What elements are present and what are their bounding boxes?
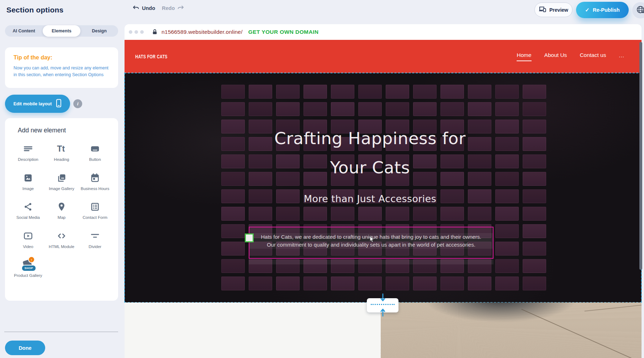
contact-form-icon: [90, 201, 100, 212]
lock-icon: [152, 28, 158, 36]
add-element-image[interactable]: Image: [11, 173, 45, 192]
preview-button[interactable]: Preview: [534, 2, 572, 17]
add-element-social-media[interactable]: Social Media: [11, 201, 45, 221]
info-icon[interactable]: i: [73, 99, 82, 108]
element-label: Social Media: [16, 215, 40, 221]
product-gallery-icon: ↑SHOP: [23, 259, 33, 270]
tip-of-the-day-card: Tip of the day: Now you can add, move an…: [5, 47, 118, 88]
element-ghost-strip: [249, 259, 493, 264]
tip-title: Tip of the day:: [14, 54, 110, 61]
language-globe-button[interactable]: [632, 2, 644, 19]
svg-text:Tt: Tt: [57, 144, 65, 153]
canvas-scrollbar[interactable]: [639, 42, 642, 270]
image-icon: [23, 173, 33, 183]
element-label: Image: [22, 186, 34, 192]
add-element-map[interactable]: Map: [45, 201, 78, 221]
code-icon: [56, 231, 67, 241]
site-preview-canvas: n1566589.websitebuilder.online/ GET YOUR…: [125, 24, 642, 358]
description-lines-icon: [23, 143, 33, 154]
get-domain-link[interactable]: GET YOUR OWN DOMAIN: [248, 29, 319, 35]
tab-design[interactable]: Design: [80, 25, 118, 37]
element-label: Description: [18, 157, 38, 163]
add-element-divider[interactable]: Divider: [78, 231, 112, 250]
element-grid: DescriptionTtHeadingButtonImageImage Gal…: [11, 143, 112, 279]
add-element-contact-form[interactable]: Contact Form: [78, 201, 112, 221]
add-new-element-title: Add new element: [18, 127, 112, 134]
element-label: Business Hours: [81, 186, 110, 192]
nav-more-button[interactable]: ...: [619, 52, 624, 60]
mouse-cursor: [369, 236, 375, 244]
element-label: Heading: [54, 157, 69, 163]
arrow-up-icon: [380, 307, 386, 318]
pavement-photo: [381, 302, 642, 358]
element-label: Contact Form: [83, 215, 107, 221]
redo-arrow-icon: [177, 5, 184, 11]
add-element-video[interactable]: Video: [11, 231, 45, 250]
browser-dots-icon: [129, 30, 144, 34]
devices-icon: [539, 6, 547, 14]
divider-icon: [90, 231, 100, 241]
tip-body: Now you can add, move and resize any ele…: [14, 65, 110, 78]
done-button[interactable]: Done: [5, 341, 45, 355]
shop-badge: SHOP: [21, 265, 36, 272]
section-resize-handle[interactable]: [367, 298, 398, 312]
heading-tt-icon: Tt: [56, 143, 67, 154]
add-element-product-gallery[interactable]: ↑SHOPProduct Gallery: [11, 259, 45, 279]
redo-button[interactable]: Redo: [162, 5, 184, 11]
hero-heading[interactable]: Crafting Happiness forYour Cats: [125, 124, 616, 182]
map-pin-icon: [56, 201, 67, 212]
add-element-description[interactable]: Description: [11, 143, 45, 163]
site-header: HATS FOR CATS HomeAbout UsContact us...: [125, 40, 642, 73]
site-logo[interactable]: HATS FOR CATS: [135, 53, 168, 59]
add-element-heading[interactable]: TtHeading: [45, 143, 78, 163]
element-label: Product Gallery: [14, 273, 42, 279]
element-label: Divider: [89, 244, 101, 250]
browser-chrome-bar: n1566589.websitebuilder.online/ GET YOUR…: [125, 24, 642, 40]
tab-ai-content[interactable]: AI Content: [5, 25, 43, 37]
sidebar-tabs: AI ContentElementsDesign: [5, 25, 118, 37]
phone-icon: [56, 99, 62, 109]
button-icon: [90, 143, 100, 154]
element-label: Button: [89, 157, 101, 163]
add-element-business-hours[interactable]: Business Hours: [78, 173, 112, 192]
edit-mobile-layout-button[interactable]: Edit mobile layout: [5, 95, 70, 113]
resize-dotted-line: [371, 304, 395, 305]
tab-elements[interactable]: Elements: [43, 25, 80, 37]
element-label: Video: [23, 244, 33, 250]
site-nav: HomeAbout UsContact us...: [517, 52, 624, 61]
site-url: n1566589.websitebuilder.online/: [162, 29, 243, 35]
element-label: Map: [58, 215, 65, 221]
image-gallery-icon: [56, 173, 67, 183]
video-icon: [23, 231, 33, 241]
add-element-html-module[interactable]: HTML Module: [45, 231, 78, 250]
page-title: Section options: [6, 6, 64, 14]
arrow-down-icon: [380, 293, 386, 304]
element-label: HTML Module: [49, 244, 74, 250]
calendar-icon: [90, 173, 100, 183]
hero-section-selected[interactable]: Crafting Happiness forYour Cats More tha…: [125, 73, 642, 302]
sidebar-divider: [4, 332, 118, 332]
republish-button[interactable]: ✓ Re-Publish: [576, 2, 629, 18]
upgrade-arrow-badge: ↑: [28, 256, 35, 263]
check-icon: ✓: [585, 7, 590, 13]
hero-subheading[interactable]: More than Just Accessories: [125, 193, 616, 204]
app-window: Section options Undo Redo Preview ✓ Re-P…: [0, 0, 644, 358]
nav-item-contact-us[interactable]: Contact us: [580, 52, 606, 61]
add-element-button[interactable]: Button: [78, 143, 112, 163]
nav-item-about-us[interactable]: About Us: [544, 52, 567, 61]
share-icon: [23, 201, 33, 212]
nav-item-home[interactable]: Home: [517, 52, 531, 61]
element-label: Image Gallery: [49, 186, 74, 192]
add-element-image-gallery[interactable]: Image Gallery: [45, 173, 78, 192]
globe-icon: [636, 5, 644, 16]
undo-button[interactable]: Undo: [132, 5, 155, 11]
add-new-element-panel: Add new element DescriptionTtHeadingButt…: [5, 118, 118, 301]
undo-arrow-icon: [132, 5, 139, 11]
